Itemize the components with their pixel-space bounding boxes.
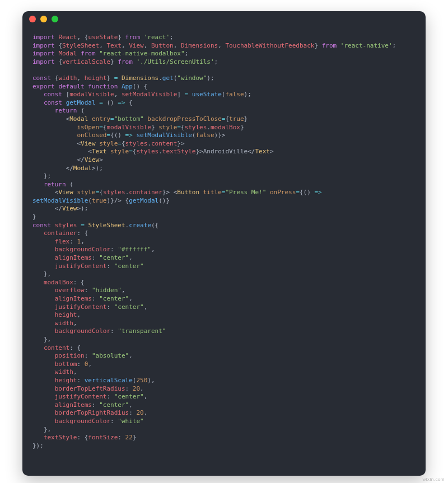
keyword: function xyxy=(88,83,118,90)
jsx-tag: View xyxy=(58,189,73,196)
boolean: false xyxy=(195,132,214,139)
string: './Utils/ScreenUtils' xyxy=(136,58,214,65)
identifier: verticalScale xyxy=(62,58,110,65)
string: "center" xyxy=(114,303,144,311)
identifier: React xyxy=(58,34,77,41)
property: alignItems xyxy=(55,254,92,261)
jsx-tag: Modal xyxy=(69,115,88,123)
property: textStyle xyxy=(162,148,196,155)
property: backgroundColor xyxy=(55,246,110,253)
jsx-attr: backdropPressToClose xyxy=(147,115,221,123)
identifier: styles xyxy=(136,148,158,155)
identifier: styles xyxy=(103,189,125,196)
jsx-attr: onPress xyxy=(270,189,296,196)
jsx-attr: style xyxy=(99,140,118,147)
property: flex xyxy=(55,238,70,245)
string: "white" xyxy=(118,418,143,425)
keyword: export xyxy=(32,83,55,90)
property: borderTopRightRadius xyxy=(55,409,129,416)
number: 20 xyxy=(136,409,143,416)
string: 'react' xyxy=(144,34,170,41)
property: content xyxy=(151,140,177,147)
boolean: false xyxy=(225,91,244,98)
keyword: default xyxy=(58,83,84,90)
keyword: import xyxy=(32,58,55,65)
jsx-tag: View xyxy=(62,205,77,212)
watermark-text: wixin.com xyxy=(422,477,445,482)
identifier: width xyxy=(58,74,77,82)
keyword: const xyxy=(32,222,51,229)
identifier: View xyxy=(129,42,144,49)
property: backgroundColor xyxy=(55,327,110,335)
function: App xyxy=(122,83,133,90)
method: create xyxy=(129,222,151,229)
keyword: const xyxy=(44,99,62,106)
string: "center" xyxy=(99,295,129,302)
string: "react-native-modalbox" xyxy=(99,50,184,57)
identifier: Dimensions xyxy=(181,42,218,49)
number: 20 xyxy=(133,385,140,392)
property: modalBox xyxy=(211,124,240,131)
jsx-tag: Modal xyxy=(73,165,92,172)
identifier: styles xyxy=(185,124,207,131)
keyword: const xyxy=(44,91,62,98)
keyword: from xyxy=(81,50,96,57)
keyword: from xyxy=(322,42,337,49)
class-identifier: Dimensions xyxy=(122,74,158,82)
string: "transparent" xyxy=(118,327,166,335)
keyword: from xyxy=(125,34,141,41)
identifier: setModalVisible xyxy=(122,91,177,98)
string: "hidden" xyxy=(92,287,122,294)
code-window: import React, {useState} from 'react'; i… xyxy=(22,11,426,476)
property: overflow xyxy=(55,287,85,294)
property: textStyle xyxy=(44,434,77,441)
function: setModalVisible xyxy=(136,132,192,139)
identifier: Modal xyxy=(58,50,77,57)
property: alignItems xyxy=(55,401,92,409)
keyword: const xyxy=(32,74,51,82)
jsx-tag: View xyxy=(81,140,96,147)
function: useState xyxy=(192,91,222,98)
keyword: return xyxy=(55,107,77,114)
function: verticalScale xyxy=(85,377,133,384)
jsx-tag: Text xyxy=(92,148,107,155)
close-dot-icon[interactable] xyxy=(29,16,36,22)
minimize-dot-icon[interactable] xyxy=(40,16,47,22)
identifier: styles xyxy=(55,222,77,229)
jsx-attr: title xyxy=(203,189,222,196)
property: justifyContent xyxy=(55,303,107,311)
boolean: true xyxy=(229,115,244,123)
identifier: TouchableWithoutFeedback xyxy=(225,42,314,49)
jsx-tag: Button xyxy=(177,189,199,196)
method: get xyxy=(162,74,174,82)
class-identifier: StyleSheet xyxy=(88,222,125,229)
string: "center" xyxy=(99,401,129,409)
identifier: useState xyxy=(88,34,118,41)
jsx-attr: style xyxy=(158,124,177,131)
string: 'react-native' xyxy=(340,42,393,49)
jsx-attr: style xyxy=(77,189,96,196)
jsx-attr: isOpen xyxy=(77,124,99,131)
boolean: true xyxy=(92,197,107,204)
identifier: Button xyxy=(151,42,174,49)
property: width xyxy=(55,368,73,376)
jsx-tag: View xyxy=(85,156,100,163)
jsx-attr: entry xyxy=(92,115,110,123)
function: getModal xyxy=(66,99,96,106)
code-block: import React, {useState} from 'react'; i… xyxy=(22,27,426,461)
property: modalBox xyxy=(44,279,73,286)
keyword: import xyxy=(32,34,55,41)
string: "center" xyxy=(99,254,129,261)
keyword: import xyxy=(32,50,55,57)
keyword: return xyxy=(44,181,66,188)
zoom-dot-icon[interactable] xyxy=(52,16,58,22)
identifier: modalVisible xyxy=(106,124,151,131)
property: bottom xyxy=(55,360,77,368)
jsx-text: AndroidVille xyxy=(203,148,248,155)
string: "Press Me!" xyxy=(225,189,266,196)
property: backgroundColor xyxy=(55,418,110,425)
identifier: height xyxy=(85,74,107,82)
number: 22 xyxy=(125,434,133,441)
identifier: styles xyxy=(125,140,148,147)
jsx-attr: onClosed xyxy=(77,132,106,139)
